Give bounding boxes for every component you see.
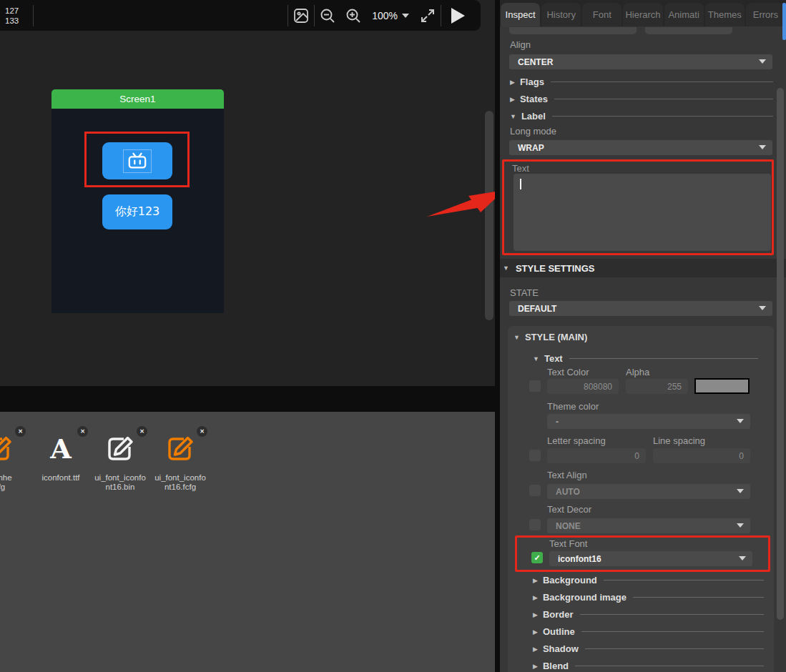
text-color-checkbox[interactable] <box>529 380 541 392</box>
expanded-caret-icon: ▼ <box>533 355 539 362</box>
collapsed-caret-icon: ▶ <box>510 96 515 103</box>
coord-x: 127 <box>5 6 33 16</box>
zoom-out-button[interactable] <box>317 5 338 26</box>
top-toolbar: 127 133 100% <box>0 0 481 31</box>
line-spacing-input[interactable]: 0 <box>653 448 750 463</box>
tab-themes[interactable]: Themes <box>705 3 745 26</box>
text-decor-select[interactable]: NONE <box>547 518 750 533</box>
tab-hierarchy[interactable]: Hierarch <box>623 3 662 26</box>
flags-section-header[interactable]: ▶ Flags <box>510 76 773 87</box>
toolbar-separator <box>288 5 288 26</box>
zoom-in-icon <box>345 7 362 24</box>
image-icon <box>293 7 310 24</box>
collapsed-caret-icon: ▶ <box>510 79 515 86</box>
border-section-header[interactable]: ▶ Border <box>533 609 764 620</box>
state-label: STATE <box>510 287 539 298</box>
chevron-down-icon <box>759 59 766 64</box>
long-mode-select[interactable]: WRAP <box>509 140 772 155</box>
collapsed-caret-icon: ▶ <box>533 663 538 670</box>
asset-item-simhei-fcfg[interactable]: ✕ _simhe fcfg <box>0 425 27 495</box>
close-icon[interactable]: ✕ <box>137 426 147 437</box>
zoom-level-value: 100% <box>372 10 398 21</box>
run-simulator-button[interactable] <box>451 8 465 24</box>
collapsed-caret-icon: ▶ <box>533 577 538 584</box>
chevron-down-icon <box>737 523 744 528</box>
hello-button[interactable]: 你好123 <box>102 194 172 229</box>
style-settings-header[interactable]: ▼ STYLE SETTINGS <box>500 259 786 277</box>
inspector-tabbar: Inspect History Font Hierarch Animati Th… <box>500 0 786 26</box>
fullscreen-expand-icon <box>419 7 436 24</box>
close-icon[interactable]: ✕ <box>15 426 26 437</box>
asset-item-iconfont-ttf[interactable]: A ✕ iconfont.ttf <box>32 425 89 495</box>
text-font-label: Text Font <box>549 538 587 549</box>
text-font-select[interactable]: iconfont16 <box>549 551 752 566</box>
background-image-section-header[interactable]: ▶ Background image <box>533 592 764 603</box>
text-decor-checkbox[interactable] <box>529 519 541 530</box>
tab-font[interactable]: Font <box>582 3 622 26</box>
clipped-dropdown[interactable] <box>645 27 732 34</box>
line-spacing-label: Line spacing <box>653 435 705 446</box>
spacing-checkbox[interactable] <box>529 450 541 461</box>
alpha-input[interactable]: 255 <box>626 379 688 394</box>
preview-image-button[interactable] <box>290 5 312 26</box>
asset-label: iconfont.ttf <box>32 473 89 483</box>
chevron-down-icon <box>759 306 766 310</box>
expanded-caret-icon: ▼ <box>514 334 520 341</box>
text-color-input[interactable]: 808080 <box>547 379 619 394</box>
text-align-checkbox[interactable] <box>529 485 541 496</box>
shadow-section-header[interactable]: ▶ Shadow <box>533 643 764 654</box>
collapsed-caret-icon: ▶ <box>533 594 538 601</box>
zoom-out-icon <box>319 7 336 24</box>
text-align-select[interactable]: AUTO <box>547 484 750 499</box>
panel-divider <box>495 0 500 672</box>
text-label: Text <box>512 163 529 174</box>
text-font-checkbox[interactable]: ✓ <box>531 552 543 563</box>
style-main-panel: ▼ STYLE (MAIN) ▼ Text Text Color Alpha 8… <box>508 326 774 672</box>
state-select[interactable]: DEFAULT <box>509 301 772 316</box>
tab-errors[interactable]: Errors <box>746 3 785 26</box>
fit-to-screen-button[interactable] <box>417 5 438 26</box>
blend-section-header[interactable]: ▶ Blend <box>533 661 764 671</box>
collapsed-caret-icon: ▶ <box>533 611 538 618</box>
outline-section-header[interactable]: ▶ Outline <box>533 626 764 637</box>
tab-inspect[interactable]: Inspect <box>501 3 540 26</box>
inspector-vertical-scrollbar[interactable] <box>777 88 784 620</box>
icon-button[interactable] <box>102 142 172 179</box>
label-section-header[interactable]: ▼ Label <box>510 111 773 122</box>
align-label: Align <box>510 39 531 50</box>
style-main-header[interactable]: ▼ STYLE (MAIN) <box>514 332 587 342</box>
font-assets-panel: ✕ _simhe fcfg A ✕ iconfont.ttf ✕ ui_font… <box>0 412 495 672</box>
text-input[interactable] <box>514 174 771 251</box>
align-select[interactable]: CENTER <box>509 54 772 69</box>
long-mode-label: Long mode <box>510 126 556 137</box>
tv-icon <box>127 152 147 170</box>
inspector-panel: Inspect History Font Hierarch Animati Th… <box>500 0 786 672</box>
asset-item-iconfont16-fcfg[interactable]: ✕ ui_font_iconfo nt16.fcfg <box>152 425 209 495</box>
toolbar-separator <box>33 5 34 26</box>
asset-item-iconfont16-bin[interactable]: ✕ ui_font_iconfo nt16.bin <box>92 425 149 495</box>
background-section-header[interactable]: ▶ Background <box>533 575 764 585</box>
close-icon[interactable]: ✕ <box>77 426 88 437</box>
states-section-header[interactable]: ▶ States <box>510 94 773 104</box>
letter-spacing-label: Letter spacing <box>547 435 606 446</box>
toolbar-separator <box>441 5 441 26</box>
clipped-dropdown[interactable] <box>509 27 637 34</box>
font-file-icon: A <box>45 433 77 465</box>
theme-color-select[interactable]: - <box>547 414 750 429</box>
assets-panel-header <box>0 386 495 412</box>
zoom-level-select[interactable]: 100% <box>372 10 409 21</box>
zoom-in-button[interactable] <box>343 5 364 26</box>
tab-animation[interactable]: Animati <box>664 3 704 26</box>
text-group-header[interactable]: ▼ Text <box>533 353 758 364</box>
alpha-label: Alpha <box>626 367 649 377</box>
text-color-swatch[interactable] <box>694 378 750 394</box>
close-icon[interactable]: ✕ <box>197 426 207 437</box>
edit-icon <box>104 433 136 465</box>
chevron-down-icon <box>402 14 409 18</box>
screen-title-bar[interactable]: Screen1 <box>51 89 224 109</box>
tab-history[interactable]: History <box>541 3 581 26</box>
text-color-label: Text Color <box>547 367 589 377</box>
collapsed-caret-icon: ▶ <box>533 646 538 653</box>
hello-button-label: 你好123 <box>115 204 160 219</box>
letter-spacing-input[interactable]: 0 <box>547 448 646 463</box>
